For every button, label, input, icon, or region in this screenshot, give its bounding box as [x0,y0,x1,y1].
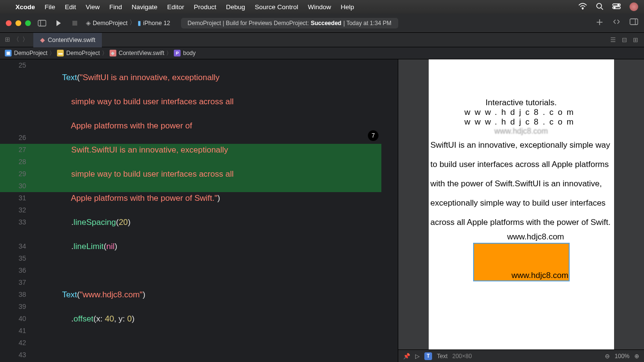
nav-back-icon[interactable]: 〈 [13,36,19,44]
menu-window[interactable]: Window [308,3,331,11]
tab-filename: ContentView.swift [48,37,95,43]
user-icon[interactable] [630,2,638,11]
zoom-level[interactable]: 100% [615,353,630,360]
minimize-window-button[interactable] [15,20,21,26]
scheme-project: DemoProject [93,20,127,27]
swift-file-icon: ◆ [40,36,45,43]
status-result: Succeeded [311,20,341,27]
menu-source-control[interactable]: Source Control [255,3,298,11]
scheme-selector[interactable]: ◈ DemoProject 〉 ▮ iPhone 12 [86,19,170,27]
project-icon: ▣ [5,50,12,56]
menu-view[interactable]: View [86,3,100,11]
xcode-toolbar: ◈ DemoProject 〉 ▮ iPhone 12 DemoProject … [0,14,644,33]
minimap-icon[interactable]: ☰ [610,36,616,43]
issue-count-badge[interactable]: 7 [368,130,378,141]
run-button[interactable] [53,18,64,28]
status-time: | Today at 1:34 PM [343,20,392,27]
breadcrumb-folder[interactable]: DemoProject [66,50,99,56]
menu-file[interactable]: File [45,3,56,11]
device-icon: ▮ [138,19,141,27]
close-window-button[interactable] [6,20,12,26]
menu-edit[interactable]: Edit [65,3,76,11]
code-content[interactable]: Text("SwiftUI is an innovative, exceptio… [35,59,398,362]
add-button-icon[interactable] [596,18,603,28]
related-items-icon[interactable]: ⊞ [5,36,10,44]
zoom-in-icon[interactable]: ⊕ [634,353,639,360]
code-editor[interactable]: 25 2627282930313233 34353637383940414243… [0,59,398,362]
preview-orange-text: www.hdjc8.com [511,271,568,280]
inspector-toggle-icon[interactable] [630,18,638,28]
svg-rect-9 [72,21,77,26]
preview-url-spread-2: www.hdjc8.com [431,117,612,127]
preview-pane: Interactive tutorials. www.hdjc8.com www… [398,59,644,362]
window-controls [6,20,31,26]
svg-point-4 [618,4,619,5]
svg-rect-12 [630,19,638,25]
text-element-icon: T [424,352,432,360]
selected-element-label: Text [437,353,448,360]
adjust-editor-icon[interactable]: ⊟ [622,36,627,43]
preview-url-spread-1: www.hdjc8.com [431,108,612,117]
library-icon[interactable] [612,18,621,28]
menu-navigate[interactable]: Navigate [132,3,157,11]
pin-icon[interactable]: 📌 [403,353,410,360]
svg-line-2 [601,8,603,10]
jump-bar[interactable]: ▣ DemoProject 〉 ▬ DemoProject 〉 ◆ Conten… [0,47,644,59]
wifi-icon[interactable] [578,3,587,11]
add-editor-icon[interactable]: ⊞ [633,36,638,43]
preview-paragraph: SwiftUI is an innovative, exceptionally … [431,136,612,232]
preview-title-text: Interactive tutorials. [431,98,612,108]
stop-button[interactable] [70,18,80,28]
svg-rect-7 [38,20,46,26]
target-icon: ◈ [86,19,91,27]
svg-point-1 [597,3,602,8]
selected-element-size: 200×80 [452,353,472,360]
menu-find[interactable]: Find [110,3,122,11]
app-menu[interactable]: Xcode [15,3,35,11]
live-preview-icon[interactable]: ▷ [415,353,420,360]
device-preview: Interactive tutorials. www.hdjc8.com www… [429,59,614,349]
breadcrumb-symbol[interactable]: body [183,50,196,56]
menu-debug[interactable]: Debug [226,3,245,11]
preview-url-blur: www.hdjc8.com [431,127,612,136]
preview-url-offset: www.hdjc8.com [431,232,612,242]
macos-menubar: Xcode File Edit View Find Navigate Edito… [0,0,644,14]
preview-orange-box[interactable]: www.hdjc8.com [473,243,570,281]
zoom-window-button[interactable] [25,20,31,26]
activity-status[interactable]: DemoProject | Build for Previews DemoPro… [181,18,398,28]
svg-point-6 [614,7,616,8]
line-gutter: 25 2627282930313233 34353637383940414243 [0,59,33,361]
editor-tab[interactable]: ◆ ContentView.swift [33,33,102,47]
menu-product[interactable]: Product [194,3,216,11]
swift-icon: ◆ [110,50,116,56]
preview-canvas[interactable]: Interactive tutorials. www.hdjc8.com www… [398,59,644,349]
menu-help[interactable]: Help [341,3,354,11]
breadcrumb-file[interactable]: ContentView.swift [119,50,165,56]
zoom-out-icon[interactable]: ⊖ [605,353,610,360]
svg-point-0 [582,8,583,9]
preview-toolbar: 📌 ▷ T Text 200×80 ⊖ 100% ⊕ [398,349,644,362]
control-center-icon[interactable] [612,3,621,11]
folder-icon: ▬ [57,50,64,56]
scheme-device: iPhone 12 [143,20,170,27]
status-prefix: DemoProject | Build for Previews DemoPro… [188,20,309,27]
spotlight-icon[interactable] [596,2,603,12]
menu-editor[interactable]: Editor [167,3,184,11]
breadcrumb-project[interactable]: DemoProject [14,50,47,56]
property-icon: P [174,50,181,56]
editor-tabbar: ⊞ 〈 〉 ◆ ContentView.swift ☰ ⊟ ⊞ [0,33,644,47]
nav-forward-icon[interactable]: 〉 [22,36,28,44]
sidebar-toggle-icon[interactable] [37,18,47,28]
